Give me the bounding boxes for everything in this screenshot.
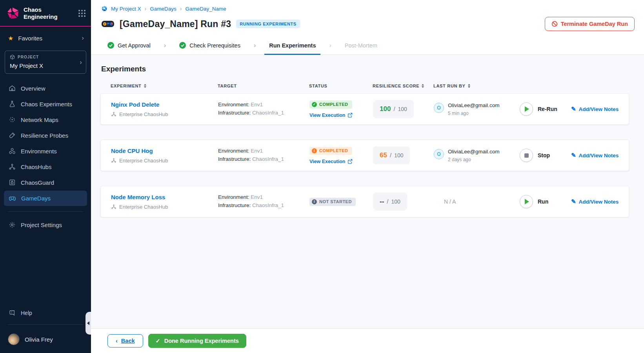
sidebar-item-project-settings[interactable]: Project Settings bbox=[4, 217, 87, 232]
help-chat-icon: ? bbox=[9, 309, 16, 317]
footer-actions: ‹ Back ✓ Done Running Experiments bbox=[91, 328, 644, 353]
table-row: Node Memory Loss Enterprise ChaosHub Env… bbox=[100, 186, 629, 217]
app-grid-icon[interactable] bbox=[78, 10, 86, 17]
stepper: Get Approval › Check Prerequisites › Run… bbox=[91, 36, 644, 55]
sidebar-item-chaosguard[interactable]: ChaosGuard bbox=[4, 175, 87, 190]
cube-icon bbox=[10, 55, 15, 60]
check-icon: ✓ bbox=[156, 338, 160, 344]
breadcrumb-item-project[interactable]: My Project X bbox=[111, 6, 141, 12]
check-circle-icon bbox=[179, 42, 186, 49]
sort-icon bbox=[468, 84, 470, 88]
sidebar-item-help[interactable]: ? Help bbox=[0, 305, 91, 321]
rerun-button[interactable] bbox=[520, 102, 533, 116]
column-header-last-run-by[interactable]: LAST RUN BY bbox=[433, 84, 519, 88]
experiment-link[interactable]: Node CPU Hog bbox=[111, 147, 218, 154]
breadcrumb-item-gameday-name[interactable]: GameDay_Name bbox=[185, 6, 226, 12]
step-get-approval[interactable]: Get Approval bbox=[103, 36, 155, 55]
status-cell: ! NOT STARTED bbox=[309, 198, 373, 206]
sidebar-nav: Overview Chaos Experiments Network Maps … bbox=[0, 81, 91, 206]
flask-icon bbox=[9, 100, 16, 107]
done-label: Done Running Experiments bbox=[164, 338, 239, 344]
pencil-icon: ✎ bbox=[571, 198, 576, 205]
sidebar-item-label: GameDays bbox=[21, 195, 51, 202]
info-icon: ! bbox=[312, 199, 317, 204]
column-header-experiment[interactable]: EXPERIMENT bbox=[111, 84, 218, 88]
sidebar-item-favorites[interactable]: ★ Favorites › bbox=[0, 27, 91, 47]
resilience-score: 65 / 100 bbox=[373, 146, 410, 164]
breadcrumb-item-gamedays[interactable]: GameDays bbox=[150, 6, 176, 12]
hub-icon bbox=[111, 111, 116, 117]
check-icon: ✓ bbox=[312, 102, 317, 107]
action-label: Re-Run bbox=[538, 106, 557, 112]
table-row: Nginx Pod Delete Enterprise ChaosHub Env… bbox=[100, 93, 629, 125]
network-icon bbox=[9, 116, 16, 123]
status-cell: ✓ COMPLETED View Execution bbox=[309, 100, 373, 118]
check-circle-icon bbox=[107, 42, 114, 49]
sidebar-item-resilience-probes[interactable]: Resilience Probes bbox=[4, 128, 87, 143]
step-post-mortem[interactable]: Post-Mortem bbox=[340, 37, 382, 55]
sidebar-item-chaoshubs[interactable]: ChaosHubs bbox=[4, 159, 87, 174]
score-value: -- bbox=[380, 198, 384, 206]
done-running-experiments-button[interactable]: ✓ Done Running Experiments bbox=[148, 334, 246, 348]
sidebar-item-chaos-experiments[interactable]: Chaos Experiments bbox=[4, 96, 87, 111]
sidebar-item-network-maps[interactable]: Network Maps bbox=[4, 112, 87, 127]
resilience-score: 100 / 100 bbox=[373, 100, 414, 118]
gamepad-icon bbox=[9, 195, 16, 202]
sidebar-spacer bbox=[0, 232, 91, 305]
page-header: My Project X › GameDays › GameDay_Name [… bbox=[91, 0, 644, 31]
sidebar-item-label: ChaosHubs bbox=[21, 164, 51, 170]
warning-icon: ! bbox=[312, 148, 317, 153]
add-view-notes-link[interactable]: ✎ Add/View Notes bbox=[571, 152, 629, 159]
sidebar-item-label: Resilience Probes bbox=[21, 132, 68, 139]
view-execution-link[interactable]: View Execution bbox=[309, 159, 353, 164]
user-menu[interactable]: Olivia Frey bbox=[0, 328, 91, 353]
hub-icon bbox=[9, 163, 16, 170]
action-label: Stop bbox=[538, 152, 550, 158]
sidebar-collapse-handle[interactable] bbox=[86, 312, 91, 335]
chevron-left-icon: ‹ bbox=[116, 338, 118, 344]
back-button[interactable]: ‹ Back bbox=[107, 334, 143, 348]
project-selector[interactable]: PROJECT My Project X › bbox=[5, 51, 86, 74]
sidebar-item-label: Overview bbox=[21, 85, 45, 92]
sidebar-item-gamedays[interactable]: GameDays bbox=[4, 191, 87, 206]
experiment-link[interactable]: Node Memory Loss bbox=[111, 194, 218, 200]
pencil-icon: ✎ bbox=[571, 152, 576, 159]
environments-icon bbox=[9, 147, 16, 155]
add-view-notes-link[interactable]: ✎ Add/View Notes bbox=[571, 106, 629, 113]
table-header-row: EXPERIMENT TARGET STATUS RESILIENCE SCOR… bbox=[100, 84, 629, 93]
sidebar-divider bbox=[8, 324, 83, 325]
home-icon bbox=[9, 85, 16, 92]
runner-time: 5 min ago bbox=[448, 111, 500, 116]
experiment-link[interactable]: Nginx Pod Delete bbox=[111, 101, 218, 108]
sidebar-item-environments[interactable]: Environments bbox=[4, 144, 87, 158]
step-check-prerequisites[interactable]: Check Prerequisites bbox=[175, 36, 245, 55]
sidebar-item-overview[interactable]: Overview bbox=[4, 81, 87, 96]
chevron-right-icon: › bbox=[80, 58, 82, 66]
svg-text:?: ? bbox=[11, 311, 13, 314]
status-badge: RUNNING EXPERIMENTS bbox=[236, 20, 300, 28]
step-run-experiments[interactable]: Run Experiments bbox=[264, 37, 320, 55]
sidebar-item-label: Environments bbox=[21, 148, 57, 155]
experiments-heading: Experiments bbox=[100, 65, 629, 73]
play-icon bbox=[525, 199, 529, 204]
view-execution-link[interactable]: View Execution bbox=[309, 113, 353, 118]
play-icon bbox=[525, 106, 529, 112]
back-label: Back bbox=[121, 338, 135, 344]
action-label: Run bbox=[538, 198, 548, 205]
sidebar-item-label: Network Maps bbox=[21, 116, 58, 123]
runner-na: N / A bbox=[434, 198, 456, 205]
stop-button[interactable] bbox=[520, 149, 533, 162]
content-area: Experiments EXPERIMENT TARGET STATUS RES… bbox=[91, 55, 644, 328]
add-view-notes-link[interactable]: ✎ Add/View Notes bbox=[571, 198, 629, 205]
step-label: Get Approval bbox=[118, 42, 151, 49]
project-name: My Project X bbox=[10, 62, 81, 69]
target-cell: Environment: Env1 Infrastructure: ChaosI… bbox=[218, 193, 309, 210]
run-button[interactable] bbox=[520, 195, 533, 208]
help-label: Help bbox=[21, 310, 32, 316]
last-run-by-cell: O OliviaLee@gmail.com 2 days ago bbox=[434, 149, 520, 162]
terminate-gameday-button[interactable]: Terminate GameDay Run bbox=[545, 17, 635, 31]
column-header-resilience-score[interactable]: RESILIENCE SCORE bbox=[373, 84, 433, 88]
chevron-right-icon: › bbox=[145, 5, 147, 12]
favorites-label: Favorites bbox=[18, 35, 42, 42]
status-pill: ✓ COMPLETED bbox=[309, 100, 352, 109]
